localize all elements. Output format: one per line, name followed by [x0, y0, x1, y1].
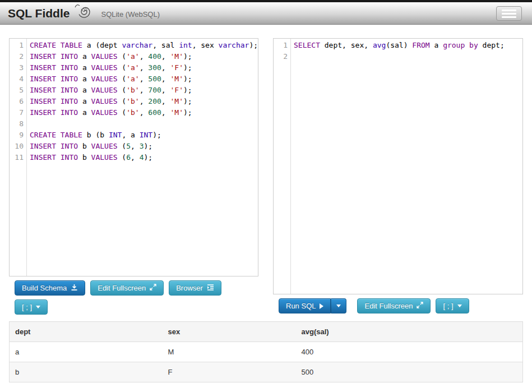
code-token: 400	[148, 52, 161, 61]
code-token: a	[78, 97, 91, 105]
play-icon	[320, 303, 323, 309]
table-cell: b	[10, 362, 163, 382]
caret-down-icon	[457, 305, 462, 307]
column-header-avg-sal: avg(sal)	[296, 322, 523, 342]
code-token: 'M'	[170, 75, 183, 83]
code-line: INSERT INTO b VALUES (5, 3);	[30, 141, 258, 152]
code-token: (	[118, 108, 127, 117]
fullscreen-expand-icon	[150, 284, 156, 292]
code-token: 'b'	[126, 97, 139, 105]
schema-code-area[interactable]: CREATE TABLE a (dept varchar, sal int, s…	[27, 39, 258, 276]
code-token: a	[78, 75, 91, 83]
code-token: VALUES	[91, 142, 118, 150]
line-number: 7	[10, 107, 24, 118]
query-code-area[interactable]: SELECT dept, sex, avg(sal) FROM a group …	[291, 39, 522, 294]
hamburger-icon	[502, 10, 516, 11]
line-number: 2	[10, 51, 24, 62]
code-token	[465, 41, 469, 49]
code-line	[294, 51, 522, 62]
query-terminator-dropdown[interactable]: [ ; ]	[436, 298, 469, 313]
code-token: );	[249, 41, 258, 49]
code-line: INSERT INTO b VALUES (6, 4);	[30, 152, 258, 163]
hamburger-icon	[502, 13, 516, 15]
schema-editor[interactable]: 1234567891011 CREATE TABLE a (dept varch…	[9, 38, 258, 276]
code-token: VALUES	[91, 86, 118, 94]
code-token: 500	[148, 75, 161, 83]
code-token: );	[144, 142, 153, 150]
code-token: 'F'	[170, 86, 183, 94]
menu-toggle-button[interactable]	[496, 6, 522, 21]
db-engine-label: SQLite (WebSQL)	[101, 8, 160, 19]
line-number: 1	[10, 40, 24, 51]
build-schema-label: Build Schema	[22, 284, 67, 292]
code-token: ,	[161, 108, 170, 117]
table-row: aM400	[10, 342, 523, 362]
run-sql-dropdown-toggle[interactable]	[331, 298, 346, 313]
code-token: INSERT INTO	[30, 75, 78, 83]
edit-fullscreen-schema-label: Edit Fullscreen	[98, 284, 146, 292]
edit-fullscreen-query-button[interactable]: Edit Fullscreen	[357, 298, 431, 313]
code-token: 6	[126, 153, 131, 162]
download-icon	[71, 284, 78, 293]
code-token: ,	[140, 86, 149, 94]
schema-terminator-dropdown[interactable]: [ ; ]	[15, 299, 48, 315]
code-line: INSERT INTO a VALUES ('a', 400, 'M');	[30, 51, 258, 62]
column-header-dept: dept	[10, 322, 163, 342]
code-line: INSERT INTO a VALUES ('b', 700, 'F');	[30, 85, 258, 96]
code-token: 'M'	[170, 52, 183, 61]
browser-panel-icon	[207, 284, 214, 292]
schema-panel: 1234567891011 CREATE TABLE a (dept varch…	[9, 38, 258, 315]
line-number: 9	[10, 130, 24, 141]
code-token: VALUES	[91, 63, 118, 72]
query-editor[interactable]: 12 SELECT dept, sex, avg(sal) FROM a gro…	[273, 38, 523, 294]
code-token: b	[78, 142, 91, 150]
fullscreen-expand-icon	[417, 302, 423, 310]
code-line: CREATE TABLE b (b INT, a INT);	[30, 130, 258, 141]
code-token: 200	[148, 97, 161, 105]
code-token: a	[78, 86, 91, 94]
code-token: group	[443, 41, 465, 49]
run-sql-label: Run SQL	[286, 302, 316, 310]
code-token: 'b'	[126, 86, 139, 94]
code-token: (	[118, 63, 127, 72]
table-cell: F	[163, 362, 296, 382]
line-number: 5	[10, 85, 24, 96]
code-token: ,	[140, 52, 149, 61]
code-token: a	[78, 63, 91, 72]
code-line: SELECT dept, sex, avg(sal) FROM a group …	[294, 40, 522, 51]
build-schema-button[interactable]: Build Schema	[15, 280, 85, 296]
code-token: INT	[140, 131, 152, 139]
code-token: );	[183, 75, 192, 83]
line-number: 10	[10, 141, 24, 152]
code-token: (	[118, 52, 127, 61]
code-token: avg	[373, 41, 386, 49]
code-token: );	[183, 108, 192, 117]
line-number: 8	[10, 118, 24, 130]
code-token: 300	[148, 63, 161, 72]
code-token: dept;	[478, 41, 505, 49]
code-token: INSERT INTO	[30, 142, 78, 150]
code-token: 'F'	[170, 63, 183, 72]
code-line: INSERT INTO a VALUES ('a', 500, 'M');	[30, 73, 258, 85]
code-token: FROM	[412, 41, 429, 49]
browser-button[interactable]: Browser	[169, 280, 221, 296]
code-token: , sex	[192, 41, 219, 49]
results-table: dept sex avg(sal) aM400bF500	[9, 321, 523, 382]
table-row: bF500	[10, 362, 523, 382]
code-token: by	[469, 41, 478, 49]
query-line-number-gutter: 12	[274, 39, 291, 294]
code-token: b (b	[82, 131, 109, 139]
run-sql-button[interactable]: Run SQL	[279, 298, 331, 313]
code-token: 'M'	[170, 108, 183, 117]
code-token: (	[118, 153, 127, 162]
table-cell: M	[163, 342, 296, 362]
code-token: 'a'	[126, 75, 139, 83]
code-token: varchar	[219, 41, 249, 49]
edit-fullscreen-schema-button[interactable]: Edit Fullscreen	[90, 280, 164, 296]
code-token: dept, sex,	[320, 41, 373, 49]
run-sql-split-button: Run SQL	[279, 298, 346, 313]
query-terminator-label: [ ; ]	[443, 302, 453, 310]
code-token: a	[78, 108, 91, 117]
line-number: 3	[10, 62, 24, 73]
code-token: ,	[131, 142, 140, 150]
